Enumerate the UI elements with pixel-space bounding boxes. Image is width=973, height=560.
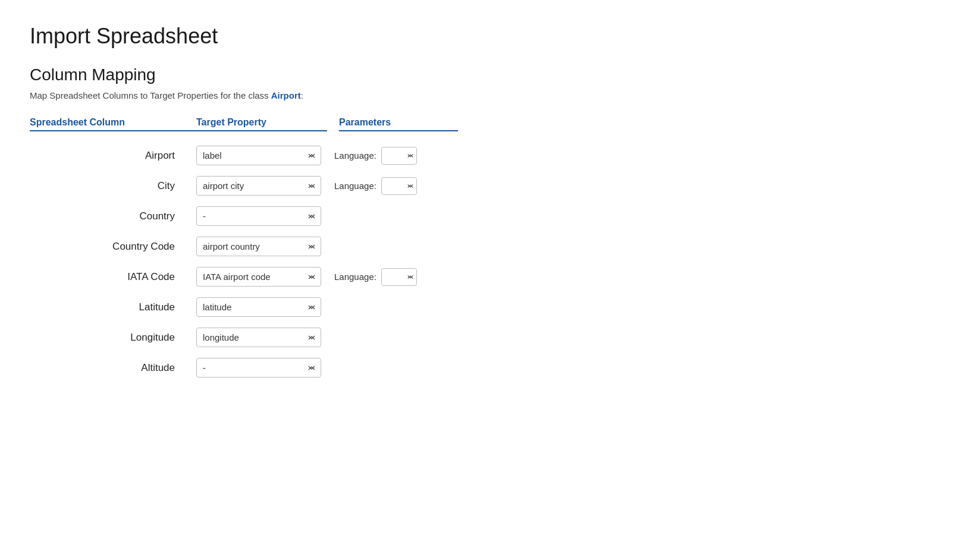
language-label: Language: [334, 272, 376, 282]
subtitle-prefix: Map Spreadsheet Columns to Target Proper… [30, 90, 271, 100]
target-property-select[interactable]: labelairport cityairport countryIATA air… [196, 146, 321, 165]
params-cell: Language: [334, 268, 417, 286]
table-row: Citylabelairport cityairport countryIATA… [30, 176, 943, 196]
language-select[interactable] [381, 177, 417, 195]
params-cell: Language: [334, 177, 417, 195]
mapping-table: Airportlabelairport cityairport countryI… [30, 146, 943, 377]
spreadsheet-column-label: Country Code [30, 241, 196, 253]
spreadsheet-column-label: IATA Code [30, 271, 196, 283]
table-row: Altitude-labelairport cityairport countr… [30, 358, 943, 377]
column-headers: Spreadsheet Column Target Property Param… [30, 117, 943, 135]
subtitle-suffix: : [301, 90, 303, 100]
language-select[interactable] [381, 268, 417, 286]
section-title: Column Mapping [30, 65, 943, 84]
table-row: Country Code-labelairport cityairport co… [30, 237, 943, 256]
spreadsheet-column-label: Altitude [30, 362, 196, 374]
spreadsheet-column-label: Latitude [30, 301, 196, 313]
table-row: Airportlabelairport cityairport countryI… [30, 146, 943, 165]
target-property-select[interactable]: -labelairport cityairport countryIATA ai… [196, 267, 321, 287]
language-select[interactable] [381, 147, 417, 165]
table-row: Latitude-labelairport cityairport countr… [30, 297, 943, 317]
target-property-select[interactable]: labelairport cityairport countryIATA air… [196, 176, 321, 196]
table-row: IATA Code-labelairport cityairport count… [30, 267, 943, 287]
target-property-select[interactable]: -labelairport cityairport countryIATA ai… [196, 328, 321, 347]
target-property-select[interactable]: -labelairport cityairport countryIATA ai… [196, 206, 321, 226]
page-title: Import Spreadsheet [30, 24, 943, 49]
language-label: Language: [334, 181, 376, 191]
class-name: Airport [271, 90, 301, 100]
subtitle: Map Spreadsheet Columns to Target Proper… [30, 90, 943, 100]
language-label: Language: [334, 150, 376, 161]
params-cell: Language: [334, 147, 417, 165]
table-row: Longitude-labelairport cityairport count… [30, 328, 943, 347]
target-property-select[interactable]: -labelairport cityairport countryIATA ai… [196, 358, 321, 377]
header-parameters: Parameters [339, 117, 458, 131]
target-property-select[interactable]: -labelairport cityairport countryIATA ai… [196, 237, 321, 256]
header-spreadsheet-column: Spreadsheet Column [30, 117, 196, 131]
spreadsheet-column-label: City [30, 180, 196, 192]
spreadsheet-column-label: Airport [30, 150, 196, 162]
spreadsheet-column-label: Country [30, 210, 196, 222]
target-property-select[interactable]: -labelairport cityairport countryIATA ai… [196, 297, 321, 317]
spreadsheet-column-label: Longitude [30, 332, 196, 344]
header-target-property: Target Property [196, 117, 327, 131]
table-row: Country-labelairport cityairport country… [30, 206, 943, 226]
